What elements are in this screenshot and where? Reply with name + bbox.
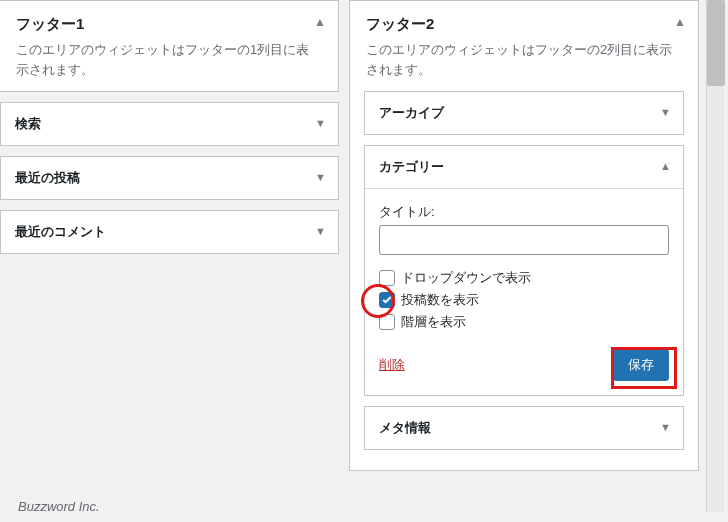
widget-label: 最近のコメント [15,224,106,239]
chevron-down-icon: ▼ [315,171,326,183]
footer2-title: フッター2 [366,15,682,34]
widget-recent-posts[interactable]: 最近の投稿 ▼ [0,156,339,200]
widget-label: カテゴリー [379,159,444,174]
chevron-down-icon: ▼ [660,421,671,433]
footer2-section: フッター2 ▲ このエリアのウィジェットはフッターの2列目に表示されます。 アー… [349,0,699,471]
checkbox-dropdown-label: ドロップダウンで表示 [401,269,531,287]
checkbox-dropdown[interactable] [379,270,395,286]
chevron-down-icon: ▼ [315,225,326,237]
widget-category: カテゴリー ▲ タイトル: ドロップダウンで表示 [364,145,684,396]
chevron-up-icon: ▲ [660,160,671,172]
checkbox-show-count-label: 投稿数を表示 [401,291,479,309]
delete-link[interactable]: 削除 [379,356,405,374]
chevron-down-icon: ▼ [660,106,671,118]
title-input[interactable] [379,225,669,255]
scrollbar[interactable] [706,0,724,512]
footer1-section: フッター1 ▲ このエリアのウィジェットはフッターの1列目に表示されます。 [0,0,339,92]
save-button[interactable]: 保存 [613,349,669,381]
chevron-up-icon[interactable]: ▲ [314,15,326,29]
chevron-down-icon: ▼ [315,117,326,129]
widget-category-header[interactable]: カテゴリー ▲ [365,146,683,188]
chevron-up-icon[interactable]: ▲ [674,15,686,29]
widget-archive[interactable]: アーカイブ ▼ [364,91,684,135]
widget-label: 最近の投稿 [15,170,80,185]
widget-meta[interactable]: メタ情報 ▼ [364,406,684,450]
checkbox-show-count[interactable] [379,292,395,308]
checkbox-hierarchy-label: 階層を表示 [401,313,466,331]
widget-label: アーカイブ [379,105,444,120]
widget-search[interactable]: 検索 ▼ [0,102,339,146]
footer2-description: このエリアのウィジェットはフッターの2列目に表示されます。 [366,40,682,89]
footer1-title: フッター1 [16,15,322,34]
widget-label: 検索 [15,116,41,131]
widget-recent-comments[interactable]: 最近のコメント ▼ [0,210,339,254]
footer-credit: Buzzword Inc. [18,499,100,514]
checkbox-hierarchy[interactable] [379,314,395,330]
title-field-label: タイトル: [379,203,669,221]
widget-label: メタ情報 [379,420,431,435]
footer1-description: このエリアのウィジェットはフッターの1列目に表示されます。 [16,40,322,89]
